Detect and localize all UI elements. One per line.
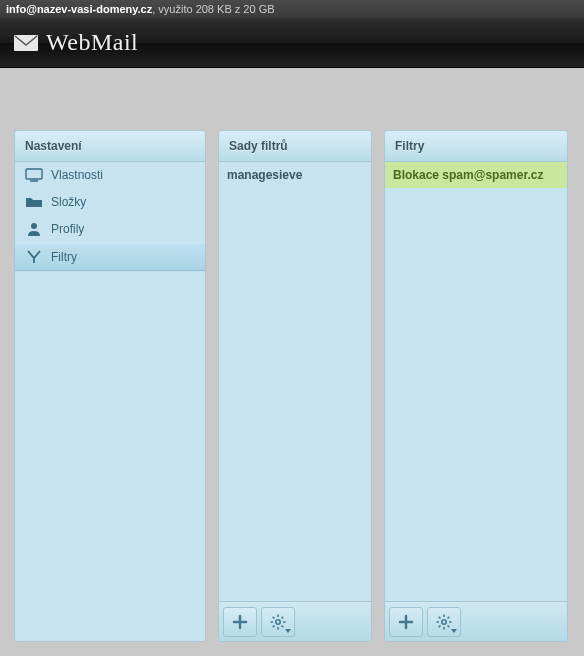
settings-list: Vlastnosti Složky Profily Filtry xyxy=(15,162,205,641)
svg-line-11 xyxy=(282,625,284,627)
settings-item-folders[interactable]: Složky xyxy=(15,189,205,216)
svg-line-19 xyxy=(439,616,441,618)
plus-icon xyxy=(232,614,248,630)
main-content: Nastavení Vlastnosti Složky Profily xyxy=(0,68,584,656)
monitor-icon xyxy=(25,168,43,182)
filters-list: Blokace spam@spamer.cz xyxy=(385,162,567,601)
filters-panel: Filtry Blokace spam@spamer.cz xyxy=(384,130,568,642)
account-email: info@nazev-vasi-domeny.cz xyxy=(6,3,152,15)
filterset-options-button[interactable] xyxy=(261,607,295,637)
filterset-item[interactable]: managesieve xyxy=(219,162,371,188)
gear-icon xyxy=(270,614,286,630)
svg-rect-1 xyxy=(26,169,42,179)
svg-line-12 xyxy=(273,625,275,627)
settings-item-label: Profily xyxy=(51,222,84,236)
svg-line-10 xyxy=(273,616,275,618)
svg-point-3 xyxy=(31,223,37,229)
plus-icon xyxy=(398,614,414,630)
top-status-bar: info@nazev-vasi-domeny.cz, využito 208 K… xyxy=(0,0,584,18)
filters-panel-title: Filtry xyxy=(385,131,567,162)
settings-item-properties[interactable]: Vlastnosti xyxy=(15,162,205,189)
settings-item-label: Vlastnosti xyxy=(51,168,103,182)
svg-line-20 xyxy=(448,625,450,627)
usage-text: , využito 208 KB z 20 GB xyxy=(152,3,274,15)
filters-toolbar xyxy=(385,601,567,641)
brand-name: WebMail xyxy=(46,29,138,56)
envelope-icon xyxy=(14,35,38,51)
filtersets-panel-title: Sady filtrů xyxy=(219,131,371,162)
settings-item-profiles[interactable]: Profily xyxy=(15,216,205,243)
chevron-down-icon xyxy=(285,629,291,633)
chevron-down-icon xyxy=(451,629,457,633)
filter-options-button[interactable] xyxy=(427,607,461,637)
filtersets-toolbar xyxy=(219,601,371,641)
folder-icon xyxy=(25,195,43,209)
svg-line-21 xyxy=(439,625,441,627)
panel-splitter[interactable] xyxy=(371,366,372,406)
settings-item-filters[interactable]: Filtry xyxy=(15,243,205,271)
settings-panel-title: Nastavení xyxy=(15,131,205,162)
svg-point-5 xyxy=(276,619,280,623)
settings-item-label: Filtry xyxy=(51,250,77,264)
add-filterset-button[interactable] xyxy=(223,607,257,637)
filter-icon xyxy=(25,250,43,264)
add-filter-button[interactable] xyxy=(389,607,423,637)
svg-line-13 xyxy=(282,616,284,618)
gear-icon xyxy=(436,614,452,630)
filtersets-list: managesieve xyxy=(219,162,371,601)
filtersets-panel: Sady filtrů managesieve xyxy=(218,130,372,642)
settings-item-label: Složky xyxy=(51,195,86,209)
person-icon xyxy=(25,222,43,236)
settings-panel: Nastavení Vlastnosti Složky Profily xyxy=(14,130,206,642)
filter-item[interactable]: Blokace spam@spamer.cz xyxy=(385,162,567,188)
brand-bar: WebMail xyxy=(0,18,584,68)
svg-line-22 xyxy=(448,616,450,618)
svg-point-14 xyxy=(442,619,446,623)
